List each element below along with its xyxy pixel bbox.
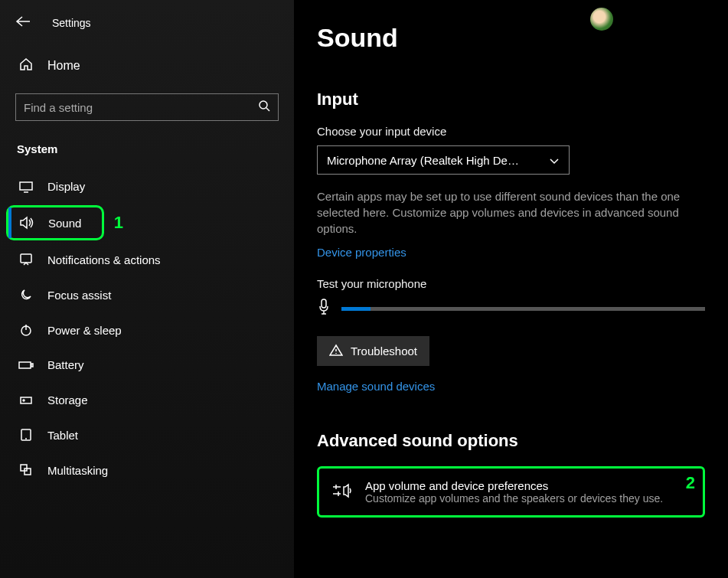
storage-icon [18, 393, 34, 407]
svg-point-0 [260, 101, 267, 109]
advanced-item-highlight: App volume and device preferences Custom… [317, 466, 705, 518]
input-heading: Input [317, 90, 705, 109]
chevron-down-icon [549, 154, 560, 167]
mic-level-bar [341, 307, 705, 311]
svg-rect-9 [21, 465, 27, 471]
home-label: Home [47, 59, 80, 73]
troubleshoot-button[interactable]: Troubleshoot [317, 336, 429, 366]
notifications-icon [18, 253, 34, 266]
category-header: System [0, 138, 294, 169]
input-description: Certain apps may be set up to use differ… [317, 188, 705, 237]
avatar [590, 8, 613, 31]
display-icon [18, 181, 34, 193]
page-title: Sound [317, 23, 705, 53]
sidebar-item-notifications[interactable]: Notifications & actions [0, 242, 294, 277]
header-row: Settings [0, 9, 294, 46]
svg-rect-10 [24, 469, 31, 475]
troubleshoot-label: Troubleshoot [351, 345, 417, 358]
focus-assist-icon [18, 288, 34, 302]
mic-test-row [317, 298, 705, 319]
svg-rect-1 [20, 182, 32, 190]
battery-icon [18, 360, 34, 371]
sidebar-item-focus-assist[interactable]: Focus assist [0, 277, 294, 312]
home-icon [18, 57, 34, 75]
choose-device-label: Choose your input device [317, 125, 705, 138]
annotation-1: 1 [114, 213, 123, 233]
sidebar-item-storage[interactable]: Storage [0, 382, 294, 417]
sidebar-item-power[interactable]: Power & sleep [0, 312, 294, 348]
device-properties-link[interactable]: Device properties [317, 246, 406, 259]
search-input[interactable] [24, 101, 258, 114]
advanced-heading: Advanced sound options [317, 431, 705, 451]
svg-rect-2 [21, 254, 31, 263]
multitasking-icon [18, 463, 34, 477]
sidebar-item-label: Tablet [47, 429, 78, 442]
mic-level-fill [341, 307, 371, 311]
warning-icon [329, 344, 343, 358]
annotation-2: 2 [686, 473, 695, 493]
svg-point-7 [23, 400, 24, 401]
advanced-item-desc: Customize app volumes and the speakers o… [365, 492, 663, 505]
sidebar-item-label: Sound [48, 217, 81, 230]
sidebar-item-label: Storage [47, 393, 88, 407]
power-icon [18, 323, 34, 337]
search-icon [258, 100, 270, 115]
sidebar-item-label: Multitasking [47, 464, 108, 477]
test-mic-label: Test your microphone [317, 277, 705, 290]
sidebar-item-display[interactable]: Display [0, 169, 294, 204]
svg-rect-11 [322, 299, 326, 308]
sidebar-item-label: Display [47, 180, 85, 193]
microphone-icon [317, 298, 331, 319]
sidebar-item-label: Power & sleep [47, 324, 122, 337]
svg-rect-5 [31, 364, 33, 367]
sidebar-item-sound[interactable]: Sound 1 [6, 205, 104, 240]
sidebar-item-label: Notifications & actions [47, 253, 161, 266]
advanced-item-title: App volume and device preferences [365, 479, 663, 492]
manage-devices-link[interactable]: Manage sound devices [317, 380, 435, 393]
sidebar-item-multitasking[interactable]: Multitasking [0, 452, 294, 488]
main-content: Sound Input Choose your input device Mic… [294, 0, 728, 578]
selected-device-text: Microphone Array (Realtek High De… [327, 154, 519, 167]
home-nav[interactable]: Home [0, 46, 294, 86]
app-title: Settings [52, 17, 91, 29]
advanced-item-text: App volume and device preferences Custom… [365, 479, 663, 505]
sound-icon [19, 216, 34, 230]
tablet-icon [18, 428, 34, 442]
sidebar-item-battery[interactable]: Battery [0, 348, 294, 382]
svg-rect-4 [19, 362, 31, 368]
svg-rect-6 [21, 397, 31, 403]
sidebar: Settings Home System Display Sound 1 Not… [0, 0, 294, 578]
sidebar-item-label: Focus assist [47, 289, 111, 302]
input-device-select[interactable]: Microphone Array (Realtek High De… [317, 145, 570, 175]
search-box[interactable] [15, 93, 279, 121]
sidebar-item-tablet[interactable]: Tablet [0, 417, 294, 452]
sliders-icon [331, 482, 351, 502]
app-volume-preferences[interactable]: App volume and device preferences Custom… [319, 469, 703, 515]
sidebar-item-label: Battery [47, 358, 84, 371]
back-button[interactable] [15, 15, 31, 31]
